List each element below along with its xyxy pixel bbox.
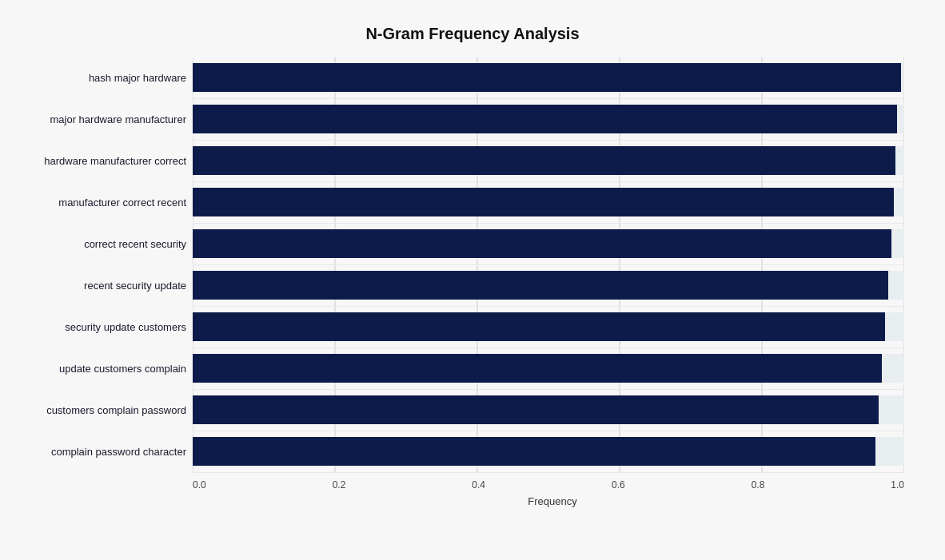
bars-container: hash major hardwaremajor hardware manufa… [193,58,904,473]
bar-fill [193,146,895,175]
bar-fill [193,354,882,383]
chart-container: N-Gram Frequency Analysis hash major har… [17,9,928,552]
bar-label: update customers complain [26,363,186,375]
bar-fill [193,63,901,92]
x-axis: 0.0 0.2 0.4 0.6 0.8 1.0 [193,479,904,490]
bar-row: hash major hardware [193,58,904,99]
bar-label: hardware manufacturer correct [26,155,186,167]
bar-fill [193,312,885,341]
bar-fill [193,395,879,424]
bar-row: customers complain password [193,390,904,431]
bar-row: manufacturer correct recent [193,182,904,224]
bar-label: security update customers [26,321,186,333]
bar-label: complain password character [26,446,186,458]
bar-label: hash major hardware [26,72,186,84]
bar-fill [193,271,888,300]
bar-fill [193,188,894,216]
bar-row: complain password character [193,431,904,473]
bar-row: correct recent security [193,224,904,265]
bar-row: update customers complain [193,348,904,390]
bar-row: hardware manufacturer correct [193,141,904,182]
x-axis-label: Frequency [193,495,912,507]
bar-fill [193,105,897,133]
bar-label: manufacturer correct recent [26,197,186,209]
bar-row: major hardware manufacturer [193,99,904,141]
bar-label: major hardware manufacturer [26,113,186,125]
bar-row: security update customers [193,307,904,348]
bar-fill [193,229,891,258]
bar-fill [193,437,875,466]
bar-label: correct recent security [26,238,186,250]
bar-label: customers complain password [26,404,186,416]
bar-row: recent security update [193,265,904,307]
bar-label: recent security update [26,280,186,292]
chart-title: N-Gram Frequency Analysis [33,25,912,43]
